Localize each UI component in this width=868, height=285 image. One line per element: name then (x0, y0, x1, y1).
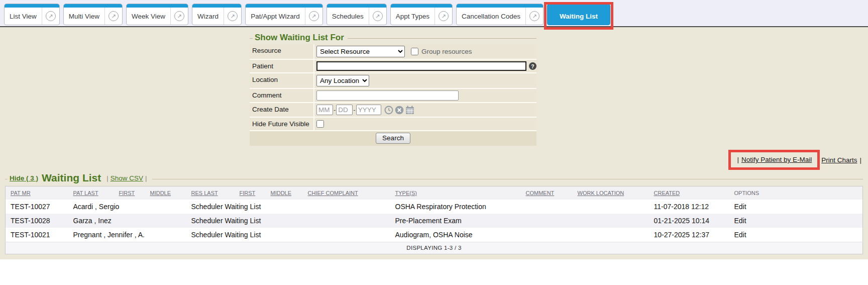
tab-label: Waiting List (555, 13, 603, 20)
clear-icon[interactable] (395, 106, 404, 115)
col-res-first[interactable]: FIRST (235, 186, 266, 200)
resource-row: Resource Select Resource Group resources (250, 44, 536, 59)
tab-appt-types[interactable]: Appt Types ↗ (390, 4, 453, 25)
calendar-icon[interactable] (405, 106, 414, 115)
tab-label: Pat/Appt Wizard (246, 13, 305, 20)
create-date-row: Create Date - - (250, 103, 536, 117)
col-res-last[interactable]: RES LAST (186, 186, 235, 200)
cell-types: Pre-Placement Exam (390, 214, 521, 228)
comment-input[interactable] (316, 90, 459, 101)
col-types[interactable]: TYPE(S) (390, 186, 521, 200)
cell-res-name: Scheduler Waiting List (186, 228, 235, 242)
tab-cancellation-codes[interactable]: Cancellation Codes ↗ (456, 4, 544, 25)
waiting-list-table: PAT MR PAT LAST FIRST MIDDLE RES LAST FI… (5, 186, 863, 254)
displaying-count: DISPLAYING 1-3 / 3 (6, 242, 863, 254)
col-chief-complaint[interactable]: CHIEF COMPLAINT (303, 186, 390, 200)
group-resources-label: Group resources (421, 48, 472, 55)
resource-select[interactable]: Select Resource (316, 46, 405, 57)
comment-label: Comment (250, 89, 313, 102)
col-comment[interactable]: COMMENT (521, 186, 573, 200)
open-in-new-icon[interactable]: ↗ (373, 11, 383, 21)
open-in-new-icon[interactable]: ↗ (439, 11, 449, 21)
top-tab-bar: List View ↗ Multi View ↗ Week View ↗ Wiz… (0, 0, 868, 27)
patient-row: Patient ? (250, 60, 536, 72)
show-waiting-list-form: Show Waiting List For Resource Select Re… (250, 33, 536, 146)
open-in-new-icon[interactable]: ↗ (228, 11, 238, 21)
tab-label: Wizard (192, 13, 224, 20)
hide-link[interactable]: Hide ( 3 ) (10, 174, 38, 182)
cell-res-name: Scheduler Waiting List (186, 200, 235, 214)
edit-link[interactable]: Edit (734, 217, 746, 225)
col-created[interactable]: CREATED (649, 186, 729, 200)
table-row: TEST-10027 Acardi , Sergio Scheduler Wai… (6, 200, 863, 214)
hide-future-checkbox[interactable] (316, 120, 324, 128)
col-middle[interactable]: MIDDLE (145, 186, 186, 200)
cell-types: OSHA Respiratory Protection (390, 200, 521, 214)
tab-wizard[interactable]: Wizard ↗ (192, 4, 242, 25)
cell-pat-mr: TEST-10021 (6, 228, 68, 242)
cell-pat-mr: TEST-10027 (6, 200, 68, 214)
print-charts-link[interactable]: Print Charts (821, 156, 857, 164)
cell-created: 10-27-2025 12:37 (649, 228, 729, 242)
tab-label: Schedules (327, 13, 369, 20)
form-title: Show Waiting List For (255, 33, 344, 43)
table-row: TEST-10028 Garza , Inez Scheduler Waitin… (6, 214, 863, 228)
open-in-new-icon[interactable]: ↗ (108, 11, 119, 21)
hide-future-row: Hide Future Visible (250, 118, 536, 130)
col-pat-last[interactable]: PAT LAST (68, 186, 114, 200)
cell-pat-name: Acardi , Sergio (68, 200, 114, 214)
edit-link[interactable]: Edit (734, 231, 746, 239)
waiting-list-section: Hide ( 3 ) Waiting List | Show CSV | PAT… (0, 172, 868, 254)
notify-red-highlight: | Notify Patient by E-Mail (728, 150, 820, 170)
tab-label: Multi View (64, 13, 104, 20)
cell-pat-mr: TEST-10028 (6, 214, 68, 228)
edit-link[interactable]: Edit (734, 203, 746, 211)
resource-label: Resource (250, 44, 313, 59)
open-in-new-icon[interactable]: ↗ (309, 11, 319, 21)
open-in-new-icon[interactable]: ↗ (46, 11, 56, 21)
open-in-new-icon[interactable]: ↗ (529, 11, 539, 21)
col-first[interactable]: FIRST (114, 186, 145, 200)
tab-pat-appt-wizard[interactable]: Pat/Appt Wizard ↗ (245, 4, 323, 25)
col-res-middle[interactable]: MIDDLE (266, 186, 303, 200)
search-button[interactable]: Search (376, 133, 410, 144)
table-row: TEST-10021 Pregnant , Jennifer , A. Sche… (6, 228, 863, 242)
create-date-label: Create Date (250, 103, 313, 117)
show-csv-link[interactable]: Show CSV (111, 174, 143, 182)
cell-types: Audiogram, OSHA Noise (390, 228, 521, 242)
patient-input[interactable] (316, 61, 526, 71)
tab-label: Cancellation Codes (457, 13, 525, 20)
waiting-list-title: Waiting List (42, 172, 101, 184)
table-header-row: PAT MR PAT LAST FIRST MIDDLE RES LAST FI… (6, 186, 863, 200)
day-input[interactable] (336, 105, 353, 115)
cell-res-name: Scheduler Waiting List (186, 214, 235, 228)
tab-list-view[interactable]: List View ↗ (4, 4, 60, 25)
tab-schedules[interactable]: Schedules ↗ (327, 4, 387, 25)
comment-row: Comment (250, 89, 536, 102)
col-work-location[interactable]: WORK LOCATION (573, 186, 649, 200)
tab-label: Week View (127, 13, 170, 20)
tab-week-view[interactable]: Week View ↗ (126, 4, 188, 25)
open-in-new-icon[interactable]: ↗ (174, 11, 184, 21)
cell-pat-name: Garza , Inez (68, 214, 114, 228)
hide-future-label: Hide Future Visible (250, 118, 313, 130)
notify-patient-by-email-link[interactable]: Notify Patient by E-Mail (741, 156, 812, 163)
month-input[interactable] (316, 105, 333, 115)
col-pat-mr[interactable]: PAT MR (6, 186, 68, 200)
tab-label: List View (5, 13, 42, 20)
actions-row: | Notify Patient by E-Mail Print Charts … (0, 149, 868, 171)
clock-icon[interactable] (384, 106, 393, 115)
tab-multi-view[interactable]: Multi View ↗ (63, 4, 123, 25)
location-label: Location (250, 73, 313, 88)
tab-waiting-list-active-red-highlight[interactable]: Waiting List (547, 4, 610, 25)
location-select[interactable]: Any Location (316, 75, 369, 86)
main-content: Show Waiting List For Resource Select Re… (0, 27, 868, 259)
location-row: Location Any Location (250, 73, 536, 88)
search-row: Search (250, 131, 536, 146)
tab-label: Appt Types (391, 13, 435, 20)
help-icon[interactable]: ? (529, 62, 536, 70)
cell-created: 01-21-2025 10:14 (649, 214, 729, 228)
patient-label: Patient (250, 60, 313, 72)
group-resources-checkbox[interactable] (411, 48, 418, 55)
year-input[interactable] (356, 105, 381, 115)
